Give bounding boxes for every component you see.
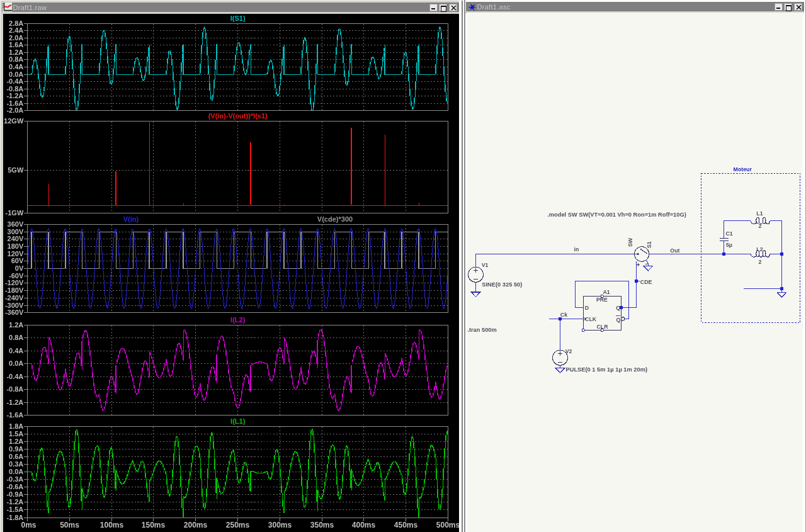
svg-text:0.8A: 0.8A (9, 334, 23, 341)
svg-text:0.8A: 0.8A (9, 55, 23, 63)
svg-text:0ms: 0ms (21, 521, 36, 529)
svg-text:I(S1): I(S1) (230, 14, 246, 22)
svg-text:Ck: Ck (560, 312, 567, 318)
svg-text:V(in): V(in) (123, 215, 139, 223)
svg-text:-0.8A: -0.8A (6, 385, 23, 393)
svg-text:SINE(0 325 50): SINE(0 325 50) (482, 281, 522, 288)
svg-text:100ms: 100ms (100, 521, 124, 529)
svg-text:500ms: 500ms (436, 521, 459, 529)
svg-text:I(L2): I(L2) (230, 316, 246, 324)
svg-text:1.5A: 1.5A (9, 430, 23, 438)
svg-text:1.8A: 1.8A (9, 422, 23, 430)
svg-text:V2: V2 (565, 348, 572, 354)
svg-text:-1.5A: -1.5A (6, 506, 23, 513)
svg-text:-1.6A: -1.6A (6, 411, 23, 419)
svg-text:1.2A: 1.2A (9, 321, 23, 329)
svg-text:300ms: 300ms (268, 521, 292, 529)
svg-text:12GW: 12GW (4, 117, 24, 125)
svg-text:-1.2A: -1.2A (6, 92, 23, 99)
svg-text:L2: L2 (756, 246, 763, 252)
svg-text:0.6A: 0.6A (9, 453, 23, 460)
svg-text:-120V: -120V (5, 279, 24, 286)
svg-text:A1: A1 (603, 289, 610, 295)
svg-text:in: in (574, 246, 579, 252)
svg-text:Out: Out (670, 247, 679, 254)
svg-text:50ms: 50ms (60, 521, 79, 529)
svg-text:0.9A: 0.9A (9, 445, 23, 453)
svg-text:1.6A: 1.6A (9, 41, 23, 48)
svg-text:S1: S1 (646, 241, 652, 248)
svg-text:.tran 500m: .tran 500m (467, 327, 497, 333)
svg-text:-0.6A: -0.6A (6, 483, 23, 490)
svg-text:-1.2A: -1.2A (6, 399, 23, 406)
svg-text:-240V: -240V (5, 294, 24, 302)
svg-text:0.3A: 0.3A (9, 460, 23, 468)
svg-text:V1: V1 (482, 262, 489, 268)
svg-text:PULSE(0 1 5m 1µ 1µ 1m 20m): PULSE(0 1 5m 1µ 1µ 1m 20m) (566, 366, 648, 373)
svg-text:I(L1): I(L1) (230, 417, 246, 425)
svg-text:-0.3A: -0.3A (6, 475, 23, 483)
svg-text:0.4A: 0.4A (9, 63, 23, 71)
svg-text:-0.4A: -0.4A (6, 77, 23, 85)
svg-text:-180V: -180V (5, 286, 24, 294)
svg-text:2.4A: 2.4A (9, 26, 23, 34)
svg-text:5µ: 5µ (726, 242, 732, 248)
svg-text:CDE: CDE (640, 279, 652, 285)
svg-text:Q: Q (616, 305, 620, 311)
svg-text:SW: SW (627, 237, 633, 247)
svg-text:-0.4A: -0.4A (6, 373, 23, 380)
svg-text:L1: L1 (756, 210, 763, 217)
svg-text:200ms: 200ms (184, 521, 208, 529)
svg-text:-1GW: -1GW (6, 209, 24, 217)
svg-text:CLK: CLK (585, 316, 597, 322)
svg-text:450ms: 450ms (394, 521, 418, 529)
svg-text:250ms: 250ms (226, 521, 250, 529)
svg-text:400ms: 400ms (352, 521, 376, 529)
svg-text:350ms: 350ms (310, 521, 334, 529)
svg-text:CLR: CLR (597, 324, 609, 330)
svg-text:60V: 60V (11, 257, 24, 264)
svg-text:2: 2 (759, 223, 762, 229)
svg-text:0.0A: 0.0A (9, 468, 23, 475)
svg-text:240V: 240V (8, 235, 24, 242)
svg-text:V(cde)*300: V(cde)*300 (317, 215, 353, 223)
svg-text:-1.2A: -1.2A (6, 498, 23, 506)
svg-text:D: D (585, 305, 589, 311)
svg-text:(V(in)-V(out))*I(s1): (V(in)-V(out))*I(s1) (208, 112, 268, 120)
svg-text:0V: 0V (15, 264, 24, 272)
svg-text:1.2A: 1.2A (9, 438, 23, 445)
svg-text:PRE: PRE (596, 297, 608, 303)
svg-text:5GW: 5GW (8, 166, 24, 174)
svg-text:360V: 360V (8, 220, 24, 228)
svg-text:2: 2 (759, 259, 762, 265)
svg-text:-0.9A: -0.9A (6, 490, 23, 498)
svg-text:Moteur: Moteur (734, 166, 752, 173)
svg-text:0.0A: 0.0A (9, 359, 23, 367)
svg-text:-2.0A: -2.0A (6, 106, 23, 114)
svg-text:-360V: -360V (5, 308, 24, 316)
svg-text:150ms: 150ms (142, 521, 166, 529)
svg-text:0.4A: 0.4A (9, 347, 23, 354)
svg-text:.model SW SW(VT=0.001 Vh=0 Ron: .model SW SW(VT=0.001 Vh=0 Ron=1m Roff=1… (547, 212, 686, 218)
svg-text:C1: C1 (725, 230, 732, 237)
svg-text:180V: 180V (8, 242, 24, 250)
svg-text:Q: Q (616, 317, 621, 323)
